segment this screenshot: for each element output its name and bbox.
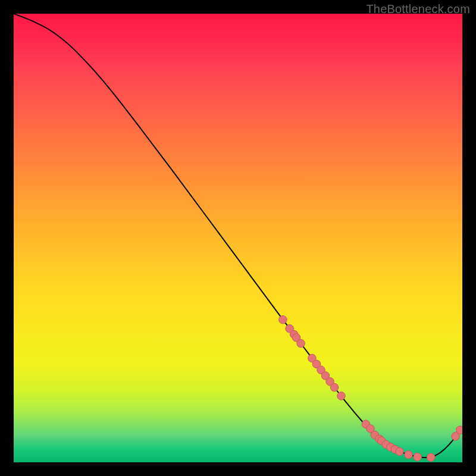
chart-container: TheBottleneck.com <box>0 0 476 476</box>
plot-area <box>14 14 462 462</box>
